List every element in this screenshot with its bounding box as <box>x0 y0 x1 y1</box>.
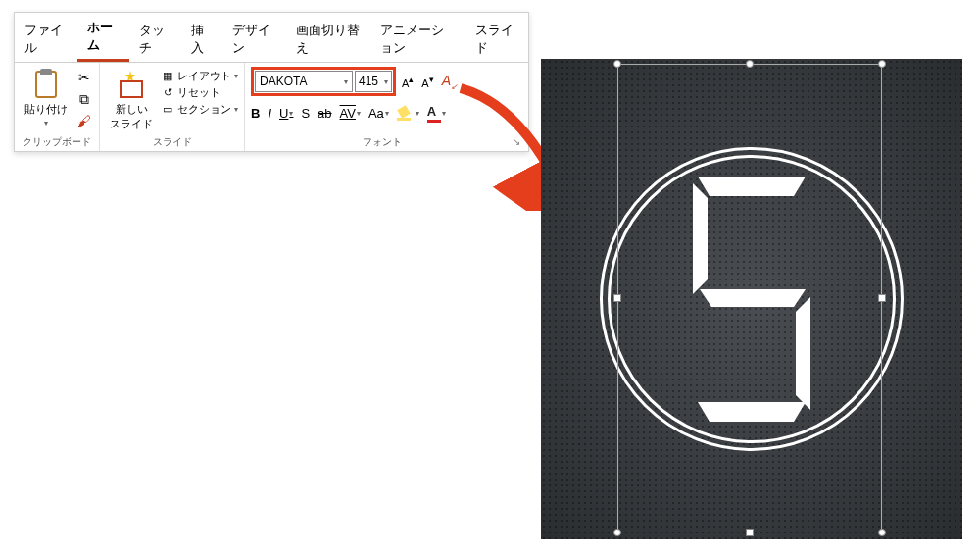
chevron-down-icon: ▾ <box>384 77 388 86</box>
dialog-launcher-icon[interactable]: ↘ <box>513 136 522 147</box>
spacing-button[interactable]: AV▾ <box>340 106 361 121</box>
resize-handle[interactable] <box>613 529 621 536</box>
bold-button[interactable]: B <box>251 106 260 121</box>
resize-handle[interactable] <box>746 60 754 68</box>
tab-touch[interactable]: タッチ <box>129 16 181 62</box>
italic-button[interactable]: I <box>268 106 271 121</box>
paste-icon <box>31 69 61 100</box>
group-label-font: フォント <box>251 133 513 149</box>
ribbon-body: 貼り付け ▾ ✂ ⧉ 🖌 クリップボード 新しい スライド <box>15 63 528 151</box>
grow-font-button[interactable]: A▴ <box>400 74 416 89</box>
paste-label: 貼り付け <box>24 102 68 117</box>
group-label-slides: スライド <box>106 133 238 149</box>
layout-button[interactable]: ▦レイアウト▾ <box>161 69 238 83</box>
section-label: セクション <box>177 102 231 117</box>
ribbon: ファイル ホーム タッチ 挿入 デザイン 画面切り替え アニメーション スライド… <box>14 12 529 152</box>
font-highlight-box: DAKOTA▾ 415▾ <box>251 67 396 96</box>
group-font: DAKOTA▾ 415▾ A▴ A▾ A↙ B I U▾ S ab AV▾ Aa… <box>245 63 528 151</box>
group-clipboard: 貼り付け ▾ ✂ ⧉ 🖌 クリップボード <box>15 63 100 151</box>
section-icon: ▭ <box>161 103 174 117</box>
shrink-font-button[interactable]: A▾ <box>419 74 435 89</box>
selection-box[interactable] <box>617 64 882 532</box>
group-slides: 新しい スライド ▦レイアウト▾ ↺リセット ▭セクション▾ スライド <box>100 63 245 151</box>
layout-icon: ▦ <box>161 70 174 83</box>
font-color-icon: A <box>427 104 441 123</box>
font-color-button[interactable]: A▾ <box>427 104 446 123</box>
reset-label: リセット <box>177 85 220 100</box>
slide-preview <box>541 59 962 539</box>
clear-format-button[interactable]: A↙ <box>440 73 460 91</box>
tab-animation[interactable]: アニメーション <box>370 16 466 62</box>
layout-label: レイアウト <box>177 69 231 83</box>
resize-handle[interactable] <box>878 529 886 536</box>
new-slide-icon <box>117 69 146 100</box>
group-label-clipboard: クリップボード <box>21 133 93 149</box>
font-size-input[interactable]: 415▾ <box>355 71 392 92</box>
tab-slideshow[interactable]: スライド <box>466 16 528 62</box>
resize-handle[interactable] <box>613 60 621 68</box>
reset-icon: ↺ <box>161 86 174 100</box>
resize-handle[interactable] <box>746 529 754 536</box>
highlight-icon <box>397 107 415 121</box>
resize-handle[interactable] <box>878 294 886 302</box>
tab-transition[interactable]: 画面切り替え <box>286 16 370 62</box>
font-name-input[interactable]: DAKOTA▾ <box>255 71 353 92</box>
new-slide-button[interactable]: 新しい スライド <box>106 67 157 133</box>
tab-insert[interactable]: 挿入 <box>181 16 222 62</box>
chevron-down-icon: ▾ <box>44 119 48 127</box>
copy-icon[interactable]: ⧉ <box>75 90 93 108</box>
highlight-button[interactable]: ▾ <box>397 107 419 121</box>
shadow-button[interactable]: S <box>301 106 310 121</box>
ribbon-tabs: ファイル ホーム タッチ 挿入 デザイン 画面切り替え アニメーション スライド <box>15 13 528 63</box>
cut-icon[interactable]: ✂ <box>75 69 93 86</box>
strike-button[interactable]: ab <box>318 106 331 121</box>
section-button[interactable]: ▭セクション▾ <box>161 102 238 117</box>
paste-button[interactable]: 貼り付け ▾ <box>21 67 72 129</box>
format-painter-icon[interactable]: 🖌 <box>75 112 93 129</box>
new-slide-label: 新しい スライド <box>110 102 153 131</box>
tab-design[interactable]: デザイン <box>222 16 285 62</box>
font-size-value: 415 <box>359 75 378 88</box>
resize-handle[interactable] <box>878 60 886 68</box>
case-button[interactable]: Aa▾ <box>368 106 389 121</box>
chevron-down-icon: ▾ <box>344 77 348 86</box>
resize-handle[interactable] <box>613 294 621 302</box>
tab-file[interactable]: ファイル <box>15 16 77 62</box>
reset-button[interactable]: ↺リセット <box>161 85 238 100</box>
underline-button[interactable]: U▾ <box>279 106 293 121</box>
tab-home[interactable]: ホーム <box>77 13 129 62</box>
font-name-value: DAKOTA <box>260 75 307 88</box>
